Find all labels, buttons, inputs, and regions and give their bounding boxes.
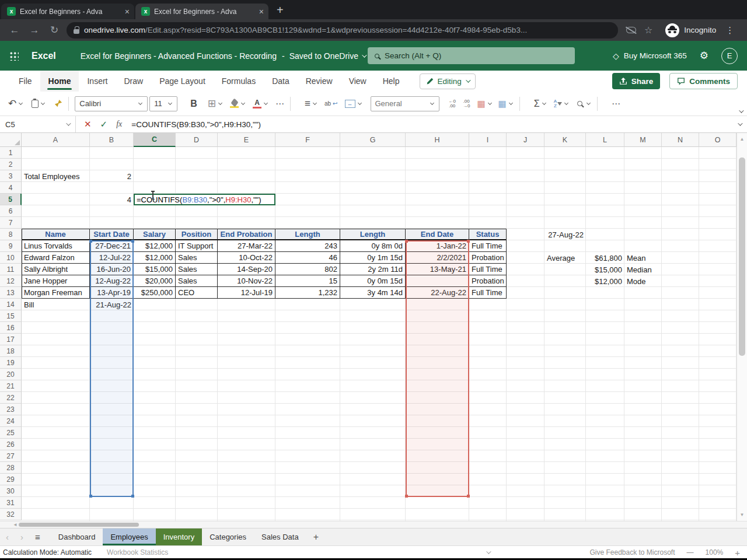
more-formatting-icon[interactable]: ⋯ [275,99,284,108]
scroll-down-icon[interactable]: ▼ [737,512,747,517]
find-icon[interactable] [577,101,582,106]
column-header-M[interactable]: M [624,133,662,147]
cell-B11[interactable]: 16-Jun-20 [90,264,134,275]
menu-insert[interactable]: Insert [79,71,116,92]
cell-A14[interactable]: Bill [22,299,90,310]
sheet-tab-inventory[interactable]: Inventory [156,528,202,545]
cell-B5[interactable]: 4 [90,194,134,205]
cell-I9[interactable]: Full Time [469,240,507,252]
cell-D10[interactable]: Sales [176,252,218,264]
cell-G12[interactable]: 0y 0m 15d [340,275,406,287]
cell-G13[interactable]: 3y 4m 14d [340,287,406,299]
row-header-25[interactable]: 25 [0,427,22,439]
zoom-out-button[interactable]: — [687,548,694,556]
spreadsheet-grid[interactable]: ABCDEFGHIJKLMNO1234567891011121314151617… [0,133,736,521]
menu-data[interactable]: Data [264,71,298,92]
cell-C10[interactable]: $12,000 [134,252,176,264]
column-header-F[interactable]: F [275,133,340,147]
paste-icon[interactable] [32,100,39,108]
font-size-select[interactable]: 11 [149,96,177,111]
horizontal-scroll-thumb[interactable] [19,523,139,527]
add-sheet-button[interactable]: + [306,528,326,545]
autosum-icon[interactable]: Σ [534,99,540,108]
cell-E8[interactable]: End Probation [218,229,275,240]
align-icon[interactable]: ≡ [305,99,310,108]
row-header-24[interactable]: 24 [0,415,22,427]
column-header-D[interactable]: D [176,133,218,147]
feedback-link[interactable]: Give Feedback to Microsoft [589,548,675,556]
zoom-level[interactable]: 100% [706,548,724,556]
back-icon[interactable]: ← [5,24,25,36]
column-header-I[interactable]: I [469,133,507,147]
row-header-12[interactable]: 12 [0,275,22,287]
document-title[interactable]: Excel for Beginners - Advanced Functions… [81,51,277,61]
row-header-13[interactable]: 13 [0,287,22,299]
app-launcher-icon[interactable] [9,51,19,61]
row-header-30[interactable]: 30 [0,485,22,497]
row-header-20[interactable]: 20 [0,369,22,380]
row-header-2[interactable]: 2 [0,159,22,170]
cell-G8[interactable]: Length [340,229,406,240]
cell-H10[interactable]: 2/2/2021 [406,252,469,264]
cell-E11[interactable]: 14-Sep-20 [218,264,275,275]
cell-B9[interactable]: 27-Dec-21 [90,240,134,252]
close-tab-icon[interactable]: × [259,8,264,16]
cell-A12[interactable]: Jane Hopper [22,275,90,287]
scroll-up-icon[interactable]: ▲ [737,136,747,142]
menu-view[interactable]: View [341,71,375,92]
cell-E13[interactable]: 12-Jul-19 [218,287,275,299]
cell-G11[interactable]: 2y 2m 11d [340,264,406,275]
cell-I11[interactable]: Full Time [469,264,507,275]
column-header-O[interactable]: O [699,133,736,147]
cell-D8[interactable]: Position [176,229,218,240]
sheet-nav-back-icon[interactable]: ‹ [0,528,15,545]
cell-I12[interactable]: Probation [469,275,507,287]
cell-B13[interactable]: 13-Apr-19 [90,287,134,299]
cell-H9[interactable]: 1-Jan-22 [406,240,469,252]
format-painter-icon[interactable] [54,99,62,108]
status-chevron-icon[interactable] [486,549,491,554]
cell-A10[interactable]: Edward Falzon [22,252,90,264]
cell-B14[interactable]: 21-Aug-22 [90,299,134,310]
column-header-N[interactable]: N [662,133,699,147]
column-header-J[interactable]: J [507,133,544,147]
active-cell-editor[interactable]: =COUNTIFS(B9:B30,">0",H9:H30,"") [134,194,275,205]
row-header-27[interactable]: 27 [0,450,22,462]
row-header-15[interactable]: 15 [0,310,22,322]
cell-F9[interactable]: 243 [275,240,340,252]
cell-D11[interactable]: Sales [176,264,218,275]
buy-microsoft-365-button[interactable]: ◇Buy Microsoft 365 [613,51,687,61]
cell-G10[interactable]: 0y 1m 15d [340,252,406,264]
sheet-tab-sales-data[interactable]: Sales Data [254,528,306,545]
cell-A8[interactable]: Name [22,229,90,240]
cell-K10[interactable]: Average [544,252,586,264]
cancel-icon[interactable]: ✕ [84,119,92,130]
browser-tab-active[interactable]: x Excel for Beginners - Adva × [135,4,268,19]
menu-formulas[interactable]: Formulas [214,71,264,92]
column-header-H[interactable]: H [406,133,469,147]
conditional-formatting-icon[interactable]: ▦ [477,99,485,108]
row-header-14[interactable]: 14 [0,299,22,310]
close-tab-icon[interactable]: × [125,8,130,16]
cell-K8[interactable]: 27-Aug-22 [544,229,586,240]
row-header-28[interactable]: 28 [0,462,22,474]
cell-D9[interactable]: IT Support [176,240,218,252]
row-header-16[interactable]: 16 [0,322,22,334]
address-bar[interactable]: onedrive.live.com/Edit.aspx?resid=8C793A… [67,22,618,38]
cell-F11[interactable]: 802 [275,264,340,275]
cell-G9[interactable]: 0y 8m 0d [340,240,406,252]
cell-F8[interactable]: Length [275,229,340,240]
column-header-E[interactable]: E [218,133,275,147]
undo-icon[interactable]: ↶ [8,99,16,108]
scroll-left-icon[interactable]: ◄ [13,522,18,527]
cell-C13[interactable]: $250,000 [134,287,176,299]
row-header-19[interactable]: 19 [0,357,22,369]
browser-menu-icon[interactable]: ⋮ [725,25,734,36]
row-header-31[interactable]: 31 [0,497,22,509]
column-header-G[interactable]: G [340,133,406,147]
row-header-9[interactable]: 9 [0,240,22,252]
enter-icon[interactable]: ✓ [100,119,108,130]
horizontal-scrollbar[interactable]: ◄ [0,521,747,528]
cell-F13[interactable]: 1,232 [275,287,340,299]
sheet-tab-categories[interactable]: Categories [202,528,254,545]
